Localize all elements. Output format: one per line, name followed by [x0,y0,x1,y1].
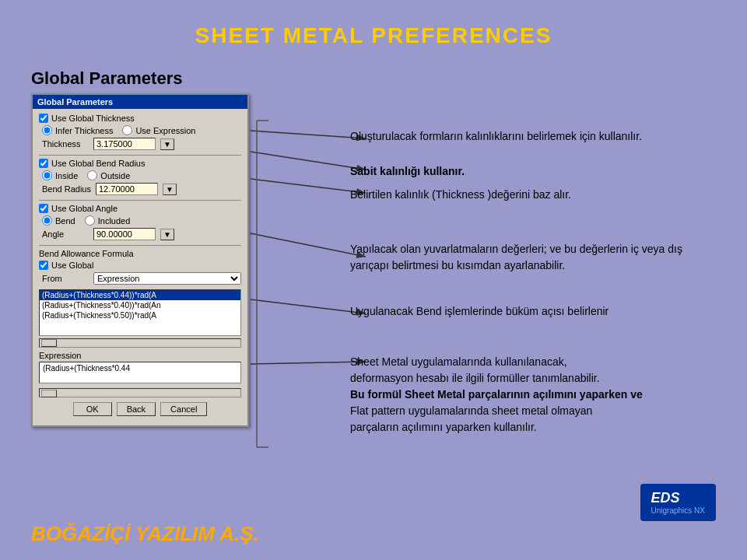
use-global-thickness-checkbox[interactable] [39,114,48,123]
svg-line-2 [251,152,366,170]
desc-4: Yapılacak olan yuvarlatmaların değerleri… [350,241,716,274]
bend-allowance-label: Bend Allowance Formula [39,249,241,258]
desc-1: Oluşturulacak formların kalınlıklarını b… [350,128,716,145]
from-select[interactable]: Expression [93,272,241,285]
infer-thickness-label: Infer Thickness [55,126,113,135]
expression-label: Expression [39,351,241,360]
bend-radius-label: Bend Radius [42,184,91,194]
desc-2: Sabit kalınlığı kullanır. [350,163,716,180]
use-global-angle-label: Use Global Angle [51,204,117,213]
included-label: Included [98,216,131,226]
use-global-label: Use Global [51,261,93,270]
desc-10: parçaların açılımını yaparken kullanılır… [350,419,716,436]
from-label: From [42,274,89,283]
bottom-company-text: BOĞAZİÇİ YAZILIM A.Ş. [31,522,259,546]
inside-label: Inside [55,171,78,180]
inside-radio[interactable] [42,170,52,180]
bend-radio[interactable] [42,215,52,226]
dialog-box: Global Parameters Use Global Thickness I… [31,93,249,427]
use-expression-radio[interactable] [122,125,132,135]
use-expression-label: Use Expression [135,126,195,135]
desc-8: Bu formül Sheet Metal parçalarının açılı… [350,387,716,403]
page-title: SHEET METAL PREFERENCES [0,0,747,48]
list-item[interactable]: (Radius+(Thickness*0.40))*rad(An [40,300,240,310]
list-scrollbar[interactable] [39,338,241,348]
use-global-checkbox[interactable] [39,261,48,270]
outside-label: Outside [100,171,130,180]
angle-btn[interactable]: ▼ [160,229,174,240]
eds-subtitle: Unigraphics NX [651,506,705,515]
thickness-btn[interactable]: ▼ [160,138,174,150]
included-radio[interactable] [85,215,95,226]
cancel-button[interactable]: Cancel [160,402,207,416]
formula-list[interactable]: (Radius+(Thickness*0.44))*rad(A (Radius+… [39,289,241,336]
svg-line-1 [251,131,366,138]
angle-input[interactable] [93,228,156,240]
outside-radio[interactable] [87,170,97,180]
desc-5: Uygulanacak Bend işlemlerinde büküm açıs… [350,303,716,320]
use-global-bend-radius-checkbox[interactable] [39,159,48,168]
expression-scrollbar[interactable] [39,388,241,397]
svg-line-5 [251,299,366,313]
dialog-titlebar: Global Parameters [33,95,247,109]
svg-line-3 [251,179,366,193]
use-global-angle-checkbox[interactable] [39,204,48,213]
svg-line-6 [251,362,366,364]
ok-button[interactable]: OK [73,402,112,416]
desc-3: Belirtilen kalınlık (Thickness )değerini… [350,187,716,203]
back-button[interactable]: Back [117,402,156,416]
angle-label: Angle [42,229,89,239]
desc-6: Sheet Metal uygulamalarında kullanılanac… [350,354,716,370]
list-item[interactable]: (Radius+(Thickness*0.44))*rad(A [40,290,240,300]
list-item[interactable]: (Radius+(Thickness*0.50))*rad(A [40,310,240,320]
desc-7: deformasyon hesabı ile ilgili formüller … [350,370,716,387]
expression-box: (Radius+(Thickness*0.44 [39,362,241,383]
section-heading: Global Parameters [31,68,182,89]
desc-9: Flat pattern uygulamalarında sheet metal… [350,403,716,419]
bend-radius-btn[interactable]: ▼ [163,184,177,195]
eds-logo: EDS Unigraphics NX [640,484,716,521]
use-global-thickness-label: Use Global Thickness [51,114,135,123]
thickness-label: Thickness [42,139,89,149]
use-global-bend-radius-label: Use Global Bend Radius [51,159,145,168]
bend-label: Bend [55,216,75,226]
bend-radius-input[interactable] [96,183,158,195]
svg-line-4 [251,233,366,257]
infer-thickness-radio[interactable] [42,125,52,135]
thickness-input[interactable] [93,138,156,150]
eds-logo-text: EDS [651,490,705,506]
